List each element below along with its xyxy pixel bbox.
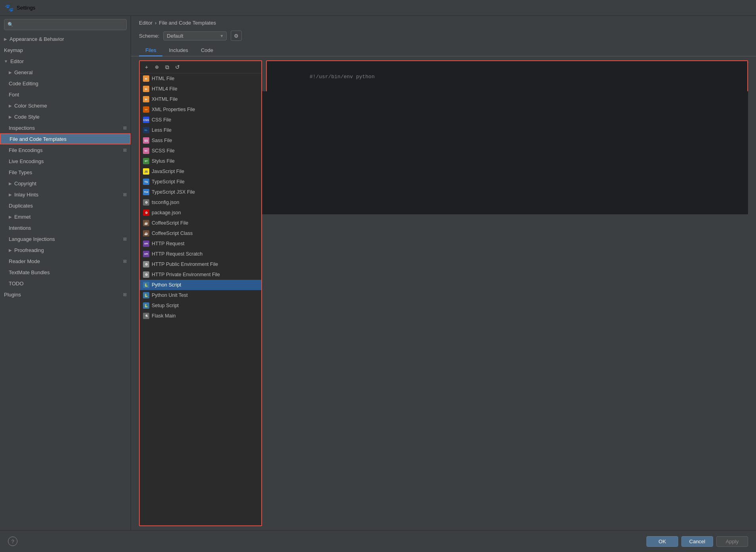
tab-code[interactable]: Code bbox=[195, 45, 220, 56]
sidebar-item-proofreading[interactable]: ▶ Proofreading bbox=[0, 244, 131, 256]
search-box[interactable]: 🔍 bbox=[4, 19, 127, 30]
file-item-scss[interactable]: SC SCSS File bbox=[140, 146, 261, 156]
add-button[interactable]: + bbox=[142, 63, 151, 71]
file-item-javascript[interactable]: JS JavaScript File bbox=[140, 166, 261, 177]
sidebar-item-file-and-code-templates[interactable]: File and Code Templates bbox=[0, 133, 131, 144]
stylus-file-icon: ST bbox=[143, 158, 149, 164]
file-item-package-json[interactable]: ⚙ package.json bbox=[140, 208, 261, 218]
title-bar: 🐾 Settings bbox=[0, 0, 756, 16]
file-item-typescript[interactable]: TS TypeScript File bbox=[140, 177, 261, 187]
file-item-http-request[interactable]: API HTTP Request bbox=[140, 238, 261, 249]
sidebar-item-todo[interactable]: TODO bbox=[0, 278, 131, 289]
apply-button[interactable]: Apply bbox=[716, 536, 748, 547]
file-item-label: Less File bbox=[152, 127, 172, 133]
badge-icon: ⊞ bbox=[123, 259, 127, 264]
sidebar-item-duplicates[interactable]: Duplicates bbox=[0, 200, 131, 211]
file-item-http-request-scratch[interactable]: API HTTP Request Scratch bbox=[140, 249, 261, 259]
sidebar-item-label: Keymap bbox=[4, 47, 23, 53]
file-item-html[interactable]: H HTML File bbox=[140, 73, 261, 84]
gear-button[interactable]: ⚙ bbox=[231, 31, 242, 41]
file-item-html4[interactable]: H HTML4 File bbox=[140, 84, 261, 94]
sidebar-item-file-encodings[interactable]: File Encodings ⊞ bbox=[0, 144, 131, 156]
file-item-label: HTTP Request Scratch bbox=[152, 251, 202, 257]
coffeescript-icon: ☕ bbox=[143, 220, 149, 226]
sidebar-item-label: File Encodings bbox=[9, 147, 42, 153]
file-item-label: TypeScript File bbox=[152, 179, 185, 185]
file-item-label: CSS File bbox=[152, 117, 171, 123]
copy-button[interactable]: ⧉ bbox=[163, 63, 172, 71]
code-panel: #!/usr/bin/env python # -*- coding=utf-8… bbox=[266, 60, 748, 526]
sidebar-item-inspections[interactable]: Inspections ⊞ bbox=[0, 122, 131, 133]
file-item-coffeescript[interactable]: ☕ CoffeeScript File bbox=[140, 218, 261, 228]
sidebar-item-label: Reader Mode bbox=[9, 258, 40, 264]
sidebar-item-color-scheme[interactable]: ▶ Color Scheme bbox=[0, 100, 131, 111]
sidebar-item-emmet[interactable]: ▶ Emmet bbox=[0, 211, 131, 222]
dialog-footer: ? OK Cancel Apply bbox=[0, 530, 756, 552]
search-input[interactable] bbox=[16, 22, 123, 27]
file-item-setup-script[interactable]: 🐍 Setup Script bbox=[140, 300, 261, 311]
file-item-stylus[interactable]: ST Stylus File bbox=[140, 156, 261, 166]
file-item-python-unit-test[interactable]: 🐍 Python Unit Test bbox=[140, 290, 261, 300]
file-item-label: HTML4 File bbox=[152, 86, 177, 92]
file-item-label: XHTML File bbox=[152, 96, 178, 102]
ts-file-icon: TS bbox=[143, 179, 149, 185]
sidebar-item-general[interactable]: ▶ General bbox=[0, 67, 131, 78]
file-list: H HTML File H HTML4 File H XHTML File <>… bbox=[140, 73, 261, 525]
file-item-tsx[interactable]: TSX TypeScript JSX File bbox=[140, 187, 261, 197]
sidebar-item-code-editing[interactable]: Code Editing bbox=[0, 78, 131, 89]
content-area: + ⊕ ⧉ ↺ H HTML File H HTML4 File H bbox=[131, 56, 756, 530]
footer-right: OK Cancel Apply bbox=[646, 536, 748, 547]
badge-icon: ⊞ bbox=[123, 192, 127, 197]
sidebar-item-copyright[interactable]: ▶ Copyright bbox=[0, 178, 131, 189]
sidebar-item-inlay-hints[interactable]: ▶ Inlay Hints ⊞ bbox=[0, 189, 131, 200]
file-item-css[interactable]: CSS CSS File bbox=[140, 115, 261, 125]
file-item-flask-main[interactable]: ⚗ Flask Main bbox=[140, 311, 261, 321]
sidebar-item-code-style[interactable]: ▶ Code Style bbox=[0, 111, 131, 122]
code-line: #!/usr/bin/env python bbox=[272, 65, 742, 88]
add-group-button[interactable]: ⊕ bbox=[152, 63, 161, 71]
sidebar-item-label: Editor bbox=[10, 58, 24, 64]
file-item-less[interactable]: KL Less File bbox=[140, 125, 261, 135]
sidebar-item-plugins[interactable]: Plugins ⊞ bbox=[0, 289, 131, 300]
sidebar-item-textmate-bundles[interactable]: TextMate Bundles bbox=[0, 267, 131, 278]
less-file-icon: KL bbox=[143, 127, 149, 133]
preview-panel bbox=[262, 91, 748, 214]
scheme-select[interactable]: Default Project bbox=[163, 31, 227, 40]
file-item-coffeescript-class[interactable]: ☕ CoffeeScript Class bbox=[140, 228, 261, 238]
sidebar-item-keymap[interactable]: Keymap bbox=[0, 44, 131, 56]
arrow-icon: ▶ bbox=[9, 70, 12, 75]
ok-button[interactable]: OK bbox=[646, 536, 678, 547]
file-item-label: Python Script bbox=[152, 282, 181, 288]
file-item-http-private-env[interactable]: ⚙ HTTP Private Environment File bbox=[140, 269, 261, 280]
sidebar-item-live-encodings[interactable]: Live Encodings bbox=[0, 156, 131, 167]
sidebar-item-intentions[interactable]: Intentions bbox=[0, 222, 131, 233]
file-item-label: CoffeeScript File bbox=[152, 220, 188, 226]
sidebar-item-reader-mode[interactable]: Reader Mode ⊞ bbox=[0, 256, 131, 267]
tab-files[interactable]: Files bbox=[139, 45, 162, 56]
file-item-sass[interactable]: SS Sass File bbox=[140, 135, 261, 146]
file-item-http-public-env[interactable]: ⚙ HTTP Public Environment File bbox=[140, 259, 261, 269]
main-content: Editor › File and Code Templates Scheme:… bbox=[131, 16, 756, 530]
help-button[interactable]: ? bbox=[8, 537, 17, 546]
sidebar-item-label: Color Scheme bbox=[14, 103, 47, 109]
sidebar-item-language-injections[interactable]: Language Injections ⊞ bbox=[0, 233, 131, 244]
file-item-xml-properties[interactable]: <> XML Properties File bbox=[140, 104, 261, 115]
file-item-python-script[interactable]: 🐍 Python Script bbox=[140, 280, 261, 290]
file-item-tsconfig[interactable]: ⚙ tsconfig.json bbox=[140, 197, 261, 208]
http-public-env-icon: ⚙ bbox=[143, 261, 149, 267]
sidebar-item-font[interactable]: Font bbox=[0, 89, 131, 100]
scss-file-icon: SC bbox=[143, 148, 149, 154]
tab-includes[interactable]: Includes bbox=[162, 45, 194, 56]
file-item-xhtml[interactable]: H XHTML File bbox=[140, 94, 261, 104]
sidebar-item-label: Proofreading bbox=[14, 247, 44, 253]
sidebar-item-label: Inspections bbox=[9, 125, 35, 131]
js-file-icon: JS bbox=[143, 168, 149, 175]
sidebar-item-appearance[interactable]: ▶ Appearance & Behavior bbox=[0, 33, 131, 44]
badge-icon: ⊞ bbox=[123, 292, 127, 297]
sass-file-icon: SS bbox=[143, 137, 149, 144]
cancel-button[interactable]: Cancel bbox=[681, 536, 713, 547]
badge-icon: ⊞ bbox=[123, 237, 127, 242]
sidebar-item-editor[interactable]: ▼ Editor bbox=[0, 56, 131, 67]
sidebar-item-file-types[interactable]: File Types bbox=[0, 167, 131, 178]
reset-button[interactable]: ↺ bbox=[173, 63, 182, 71]
